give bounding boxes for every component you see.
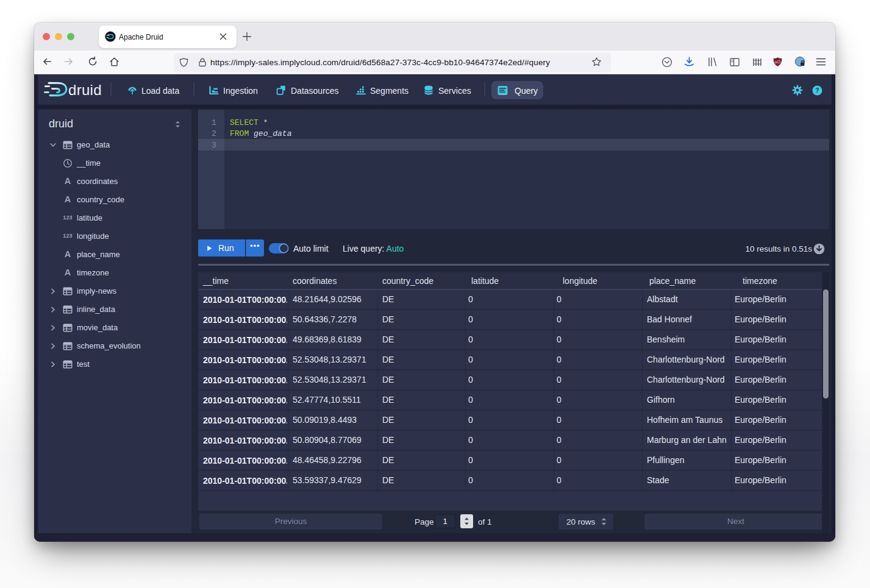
svg-text:uO: uO bbox=[775, 60, 781, 64]
svg-text:?: ? bbox=[815, 87, 819, 94]
